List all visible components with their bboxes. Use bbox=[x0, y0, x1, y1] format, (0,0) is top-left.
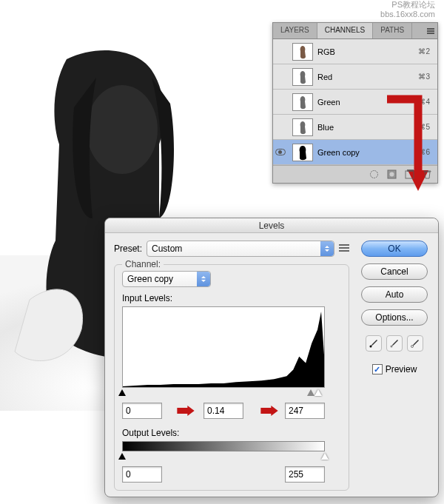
channel-label: Green bbox=[317, 98, 418, 107]
tab-channels[interactable]: CHANNELS bbox=[317, 23, 373, 38]
channel-select-value: Green copy bbox=[127, 274, 173, 284]
channel-legend: Channel: bbox=[122, 259, 164, 269]
cancel-button[interactable]: Cancel bbox=[361, 263, 428, 280]
svg-rect-7 bbox=[407, 169, 414, 172]
channel-label: Red bbox=[317, 73, 418, 81]
highlight-input[interactable] bbox=[285, 403, 325, 419]
channel-shortcut: ⌘2 bbox=[418, 47, 430, 56]
new-channel-icon[interactable] bbox=[403, 169, 415, 181]
panel-menu-button[interactable] bbox=[424, 23, 437, 38]
ok-button[interactable]: OK bbox=[361, 241, 428, 257]
channel-thumb bbox=[292, 93, 313, 111]
levels-dialog: Levels Preset: Custom Channel: Green cop… bbox=[104, 218, 439, 497]
eyedropper-group bbox=[366, 335, 423, 352]
shadow-input[interactable] bbox=[122, 403, 162, 419]
output-low-handle[interactable] bbox=[118, 453, 126, 460]
preset-menu-button[interactable] bbox=[339, 244, 349, 253]
histogram bbox=[122, 306, 325, 388]
channel-thumb bbox=[292, 68, 313, 86]
white-point-eyedropper[interactable] bbox=[407, 335, 423, 352]
channel-group: Channel: Green copy Input Levels: bbox=[114, 264, 349, 491]
channel-thumb bbox=[292, 144, 313, 161]
channel-select[interactable]: Green copy bbox=[122, 271, 211, 287]
watermark-top: PS教程论坛 bbs.16xx8.com bbox=[380, 0, 435, 19]
preset-label: Preset: bbox=[114, 243, 142, 254]
output-high-handle[interactable] bbox=[321, 453, 329, 460]
svg-point-9 bbox=[391, 346, 393, 348]
dialog-title: Levels bbox=[105, 218, 438, 233]
channel-row-green-copy[interactable]: Green copy ⌘6 bbox=[273, 140, 437, 165]
load-selection-icon[interactable] bbox=[368, 169, 380, 181]
options-button[interactable]: Options... bbox=[361, 309, 428, 326]
midtone-slider-handle[interactable] bbox=[307, 389, 314, 396]
chevron-updown-icon bbox=[320, 241, 334, 256]
channel-shortcut: ⌘4 bbox=[418, 98, 430, 106]
channel-shortcut: ⌘6 bbox=[418, 148, 430, 156]
preset-select[interactable]: Custom bbox=[147, 241, 334, 257]
delete-channel-icon[interactable] bbox=[421, 169, 433, 181]
tab-layers[interactable]: LAYERS bbox=[273, 23, 317, 38]
channel-shortcut: ⌘3 bbox=[418, 73, 430, 81]
channel-thumb bbox=[292, 118, 313, 136]
save-selection-icon[interactable] bbox=[386, 169, 397, 181]
svg-point-5 bbox=[389, 172, 394, 177]
svg-point-3 bbox=[370, 171, 377, 178]
channel-row-red[interactable]: Red ⌘3 bbox=[273, 64, 437, 90]
channel-row-rgb[interactable]: RGB ⌘2 bbox=[273, 39, 437, 64]
eye-icon bbox=[275, 149, 286, 155]
gray-point-eyedropper[interactable] bbox=[386, 335, 403, 352]
channel-shortcut: ⌘5 bbox=[418, 123, 430, 131]
panel-footer bbox=[273, 165, 437, 183]
output-levels-label: Output Levels: bbox=[122, 428, 341, 438]
output-gradient bbox=[122, 441, 325, 451]
channel-label: Green copy bbox=[317, 148, 418, 157]
annotation-arrow-icon bbox=[175, 406, 196, 416]
annotation-arrow-icon bbox=[259, 406, 280, 416]
black-point-eyedropper[interactable] bbox=[366, 335, 382, 352]
preview-checkbox[interactable]: ✓ bbox=[372, 364, 383, 374]
channels-panel: LAYERS CHANNELS PATHS RGB ⌘2 Red ⌘3 Gree… bbox=[272, 22, 438, 184]
channel-list: RGB ⌘2 Red ⌘3 Green ⌘4 Blue ⌘5 Green cop… bbox=[273, 39, 437, 165]
auto-button[interactable]: Auto bbox=[361, 286, 428, 303]
svg-point-2 bbox=[87, 85, 158, 174]
channel-label: RGB bbox=[317, 47, 418, 56]
output-slider[interactable] bbox=[122, 453, 325, 460]
channel-thumb bbox=[292, 43, 313, 61]
svg-point-10 bbox=[411, 346, 414, 348]
preview-label: Preview bbox=[386, 364, 417, 374]
channel-row-green[interactable]: Green ⌘4 bbox=[273, 90, 437, 115]
preset-value: Custom bbox=[152, 243, 182, 254]
visibility-toggle[interactable] bbox=[273, 149, 288, 155]
highlight-slider-handle[interactable] bbox=[314, 389, 322, 396]
input-levels-label: Input Levels: bbox=[122, 293, 341, 303]
tab-paths[interactable]: PATHS bbox=[373, 23, 412, 38]
svg-rect-6 bbox=[406, 171, 414, 178]
input-slider[interactable] bbox=[122, 389, 325, 397]
output-high-input[interactable] bbox=[285, 466, 325, 483]
chevron-updown-icon bbox=[197, 272, 210, 286]
midtone-input[interactable] bbox=[204, 403, 243, 419]
svg-point-8 bbox=[370, 346, 372, 348]
shadow-slider-handle[interactable] bbox=[118, 389, 126, 396]
channel-label: Blue bbox=[317, 123, 418, 132]
channel-row-blue[interactable]: Blue ⌘5 bbox=[273, 115, 437, 140]
output-low-input[interactable] bbox=[122, 466, 162, 483]
